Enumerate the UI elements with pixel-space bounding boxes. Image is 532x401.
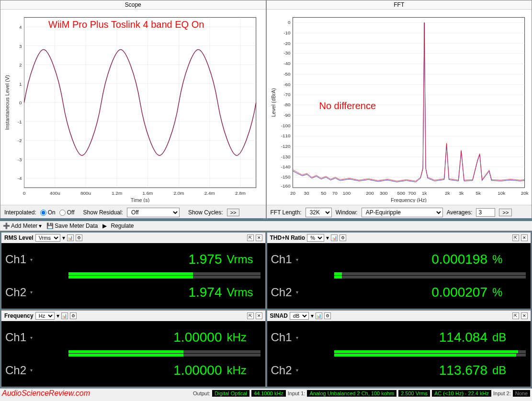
rms-ch1-row: Ch1 ▾ 1.975 Vrms	[1, 243, 265, 276]
svg-text:2.8m: 2.8m	[235, 190, 246, 196]
fft-title: FFT	[267, 0, 532, 10]
scope-panel: Scope WiiM Pro Plus Toslink 4 band EQ On…	[0, 0, 266, 218]
caret-icon[interactable]: ▾	[296, 257, 303, 262]
svg-text:300: 300	[379, 190, 387, 196]
caret-icon[interactable]: ▾	[296, 335, 303, 340]
interpolated-label: Interpolated:	[4, 209, 36, 216]
sinad-unit-select[interactable]: dB	[290, 312, 309, 320]
gear-icon[interactable]: ⚙	[76, 234, 82, 241]
rms-ch1-value: 1.975	[37, 252, 227, 267]
svg-text:5k: 5k	[475, 190, 480, 196]
scope-more-button[interactable]: >>	[227, 209, 240, 216]
thdn-title: THD+N Ratio	[270, 234, 306, 241]
show-residual-select[interactable]: Off	[127, 208, 180, 217]
thdn-ch2-row: Ch2 ▾ 0.000207 %	[267, 276, 531, 309]
svg-text:0: 0	[287, 20, 290, 25]
caret-icon[interactable]: ▾	[30, 335, 37, 340]
rms-ch2-label: Ch2	[1, 286, 30, 299]
freq-unit-select[interactable]: Hz	[35, 312, 55, 320]
fft-chart-area[interactable]: No difference 0-10-20-30-40-50-60-70-80-…	[267, 10, 532, 205]
caret-icon[interactable]: ▾	[296, 290, 303, 295]
rms-ch2-value: 1.974	[37, 285, 227, 300]
caret-down-icon[interactable]: ▾	[62, 234, 65, 241]
caret-down-icon[interactable]: ▾	[326, 234, 329, 241]
svg-text:200: 200	[366, 190, 374, 196]
svg-text:400u: 400u	[50, 190, 60, 196]
svg-text:-90: -90	[283, 112, 291, 118]
svg-text:-140: -140	[281, 164, 290, 169]
close-icon[interactable]: ✕	[521, 312, 528, 319]
caret-down-icon[interactable]: ▾	[57, 312, 59, 319]
caret-icon[interactable]: ▾	[30, 257, 37, 262]
thdn-panel: THD+N Ratio % ▾ 📊 ⚙ ⇱ ✕ Ch1 ▾ 0.000198 %…	[267, 232, 532, 309]
svg-text:3: 3	[19, 44, 22, 49]
freq-header: Frequency Hz ▾ 📊 ⚙ ⇱ ✕	[1, 311, 265, 321]
graph-icon[interactable]: 📊	[67, 234, 74, 241]
svg-text:1.6m: 1.6m	[142, 190, 153, 196]
scope-chart-area[interactable]: WiiM Pro Plus Toslink 4 band EQ On 4 3 2…	[0, 10, 266, 205]
interpolated-on-radio[interactable]: On	[40, 209, 56, 216]
graph-icon[interactable]: 📊	[61, 312, 68, 319]
graph-icon[interactable]: 📊	[316, 312, 322, 319]
graph-icon[interactable]: 📊	[331, 234, 338, 241]
freq-ch2-row: Ch2 ▾ 1.00000 kHz	[1, 354, 265, 387]
svg-text:20: 20	[290, 190, 295, 196]
input1-label: Input 1:	[288, 390, 306, 396]
fft-more-button[interactable]: >>	[499, 209, 512, 216]
svg-text:4: 4	[19, 24, 22, 30]
freq-body: Ch1 ▾ 1.00000 kHz Ch2 ▾ 1.00000 kHz	[1, 321, 265, 387]
add-meter-button[interactable]: ➕Add Meter ▾	[3, 223, 42, 229]
svg-text:Frequency (Hz): Frequency (Hz)	[391, 197, 427, 202]
splitter-horizontal[interactable]	[0, 218, 532, 221]
window-select[interactable]: AP-Equiripple	[362, 208, 443, 217]
thdn-unit-select[interactable]: %	[307, 234, 324, 242]
gear-icon[interactable]: ⚙	[70, 312, 77, 319]
svg-text:Instantaneous Level (V): Instantaneous Level (V)	[4, 75, 10, 130]
interpolated-off-radio[interactable]: Off	[59, 209, 75, 216]
gear-icon[interactable]: ⚙	[324, 312, 331, 319]
show-cycles-label: Show Cycles:	[188, 209, 223, 216]
expand-icon[interactable]: ⇱	[247, 312, 254, 319]
svg-text:100: 100	[342, 190, 351, 196]
svg-text:-3: -3	[18, 157, 22, 162]
sinad-ch2-label: Ch2	[267, 364, 296, 377]
rms-unit-select[interactable]: Vrms	[35, 234, 60, 242]
gear-icon[interactable]: ⚙	[340, 234, 346, 241]
thdn-ch1-unit: %	[492, 253, 531, 266]
svg-text:Level (dBrA): Level (dBrA)	[270, 88, 276, 117]
regulate-button[interactable]: ▶Regulate	[102, 223, 134, 229]
caret-icon[interactable]: ▾	[30, 290, 37, 295]
caret-icon[interactable]: ▾	[296, 368, 303, 373]
expand-icon[interactable]: ⇱	[247, 234, 254, 241]
scope-svg: 4 3 2 1 0 -1 -2 -3 -4 0 400u 800u 1.2m 1…	[3, 12, 263, 202]
averages-input[interactable]	[476, 208, 495, 217]
scope-controls: Interpolated: On Off Show Residual: Off …	[0, 205, 266, 220]
charts-row: Scope WiiM Pro Plus Toslink 4 band EQ On…	[0, 0, 532, 218]
caret-down-icon[interactable]: ▾	[311, 312, 314, 319]
input1-level: 2.500 Vrms	[398, 390, 430, 397]
expand-icon[interactable]: ⇱	[512, 234, 519, 241]
plus-icon: ➕	[3, 223, 10, 229]
play-icon: ▶	[102, 223, 109, 229]
svg-text:-40: -40	[283, 61, 291, 66]
freq-ch2-unit: kHz	[227, 364, 265, 377]
thdn-header: THD+N Ratio % ▾ 📊 ⚙ ⇱ ✕	[267, 233, 531, 243]
svg-text:-2: -2	[18, 138, 22, 143]
freq-ch1-value: 1.00000	[37, 330, 227, 345]
caret-icon[interactable]: ▾	[30, 368, 37, 373]
close-icon[interactable]: ✕	[256, 312, 262, 319]
close-icon[interactable]: ✕	[256, 234, 262, 241]
fft-length-select[interactable]: 32K	[306, 208, 332, 217]
svg-text:-10: -10	[283, 30, 291, 35]
input1-filter: AC (<10 Hz) - 22.4 kHz	[432, 390, 491, 397]
scope-annotation: WiiM Pro Plus Toslink 4 band EQ On	[48, 19, 204, 30]
freq-bar1	[68, 350, 183, 353]
close-icon[interactable]: ✕	[521, 234, 528, 241]
fft-annotation: No difference	[319, 100, 376, 111]
expand-icon[interactable]: ⇱	[512, 312, 519, 319]
output-type: Digital Optical	[212, 390, 249, 397]
svg-text:20k: 20k	[521, 190, 528, 196]
dropdown-caret-icon: ▾	[39, 223, 42, 229]
save-meter-data-button[interactable]: 💾Save Meter Data	[46, 223, 98, 229]
svg-text:2: 2	[19, 62, 22, 67]
